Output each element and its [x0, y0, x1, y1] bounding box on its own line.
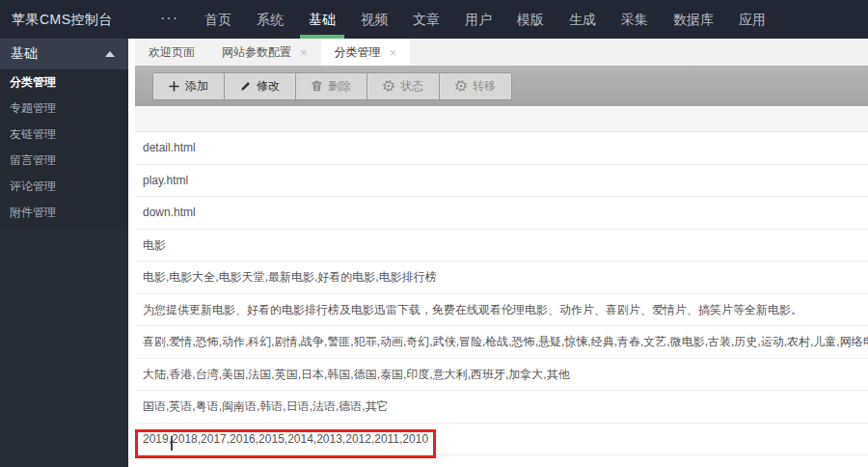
table-row-play-template[interactable]: play.html	[135, 165, 868, 198]
tab-welcome[interactable]: 欢迎页面	[135, 39, 208, 66]
tab-bar: 欢迎页面 网站参数配置 × 分类管理 ×	[135, 39, 868, 66]
sidebar-item-attachment-management[interactable]: 附件管理	[0, 200, 128, 226]
text-caret	[171, 436, 173, 451]
tab-site-params[interactable]: 网站参数配置 ×	[208, 39, 321, 66]
table-header-band	[135, 106, 868, 132]
nav-item-home[interactable]: 首页	[196, 0, 240, 39]
edit-button[interactable]: 修改	[224, 72, 296, 100]
tab-label: 分类管理	[335, 44, 381, 61]
table-row-keywords[interactable]: 电影,电影大全,电影天堂,最新电影,好看的电影,电影排行榜	[135, 261, 868, 294]
table-row-category-title[interactable]: 电影	[135, 230, 868, 262]
add-button[interactable]: 添加	[152, 72, 225, 100]
table-row-genres[interactable]: 喜剧,爱情,恐怖,动作,科幻,剧情,战争,警匪,犯罪,动画,奇幻,武侠,冒险,枪…	[135, 326, 868, 359]
sidebar-menu: 分类管理 专题管理 友链管理 留言管理 评论管理 附件管理	[0, 69, 128, 226]
more-menu-button[interactable]: ···	[147, 0, 192, 39]
table-row-areas[interactable]: 大陆,香港,台湾,美国,法国,英国,日本,韩国,德国,泰国,印度,意大利,西班牙…	[135, 359, 868, 392]
pencil-icon	[240, 81, 251, 92]
nav-item-database[interactable]: 数据库	[665, 0, 722, 39]
table-row-years[interactable]: 2019,2018,2017,2016,2015,2014,2013,2012,…	[135, 424, 868, 456]
sidebar-item-comment-management[interactable]: 评论管理	[0, 174, 128, 200]
nav-item-video[interactable]: 视频	[352, 0, 396, 39]
close-icon[interactable]: ×	[300, 46, 308, 59]
category-table: detail.html play.html down.html 电影 电影,电影…	[135, 106, 868, 455]
gear-icon	[383, 80, 394, 92]
sidebar-section-basic[interactable]: 基础	[0, 39, 128, 69]
main-content: 欢迎页面 网站参数配置 × 分类管理 × 添加 修改 删除 状态 转	[128, 39, 868, 467]
sidebar-item-category-management[interactable]: 分类管理	[0, 69, 128, 96]
tab-category-management[interactable]: 分类管理 ×	[321, 39, 411, 66]
toolbar: 添加 修改 删除 状态 转移	[135, 66, 868, 106]
transfer-button[interactable]: 转移	[439, 72, 512, 100]
sidebar: 基础 分类管理 专题管理 友链管理 留言管理 评论管理 附件管理	[0, 39, 128, 467]
nav-item-basic[interactable]: 基础	[300, 0, 344, 39]
nav-item-generate[interactable]: 生成	[560, 0, 605, 39]
table-row-detail-template[interactable]: detail.html	[135, 132, 868, 165]
table-row-down-template[interactable]: down.html	[135, 197, 868, 230]
top-nav: 首页 系统 基础 视频 文章 用户 模版 生成 采集 数据库 应用	[192, 0, 778, 39]
sidebar-item-topic-management[interactable]: 专题管理	[0, 96, 128, 122]
trash-icon	[312, 80, 322, 92]
nav-item-collect[interactable]: 采集	[612, 0, 657, 39]
nav-item-article[interactable]: 文章	[404, 0, 448, 39]
sidebar-item-links-management[interactable]: 友链管理	[0, 122, 128, 148]
sidebar-section-label: 基础	[11, 45, 38, 63]
topbar: 苹果CMS控制台 ··· 首页 系统 基础 视频 文章 用户 模版 生成 采集 …	[0, 0, 868, 39]
plus-icon	[169, 81, 179, 92]
nav-item-template[interactable]: 模版	[508, 0, 553, 39]
tab-label: 欢迎页面	[149, 44, 195, 61]
table-row-languages[interactable]: 国语,英语,粤语,闽南语,韩语,日语,法语,德语,其它	[135, 391, 868, 424]
app-title: 苹果CMS控制台	[0, 0, 147, 39]
status-button[interactable]: 状态	[366, 72, 440, 100]
table-row-description[interactable]: 为您提供更新电影、好看的电影排行榜及电影迅雷下载，免费在线观看伦理电影、动作片、…	[135, 294, 868, 327]
chevron-up-icon	[105, 51, 115, 57]
sidebar-item-message-management[interactable]: 留言管理	[0, 148, 128, 174]
close-icon[interactable]: ×	[390, 46, 397, 59]
gear-icon	[455, 80, 467, 92]
nav-item-user[interactable]: 用户	[456, 0, 501, 39]
nav-item-system[interactable]: 系统	[248, 0, 292, 39]
delete-button[interactable]: 删除	[295, 72, 367, 100]
tab-label: 网站参数配置	[222, 44, 291, 61]
nav-item-app[interactable]: 应用	[730, 0, 774, 39]
